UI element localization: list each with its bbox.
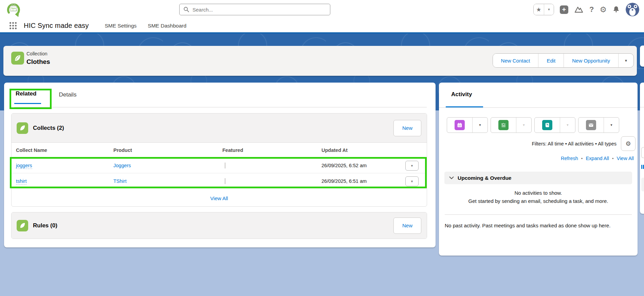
favorite-star-icon[interactable]: ★ — [534, 4, 544, 15]
collects-new-button[interactable]: New — [393, 120, 421, 136]
app-name: HIC Sync made easy — [24, 22, 89, 30]
more-actions-chevron-down-icon[interactable]: ▼ — [618, 54, 633, 67]
favorites-chevron-down-icon[interactable]: ▼ — [544, 4, 554, 15]
new-contact-button[interactable]: New Contact — [493, 54, 538, 67]
past-activity-divider — [445, 214, 632, 215]
app-launcher-icon[interactable] — [10, 22, 17, 29]
column-product: Product — [113, 147, 211, 153]
trailhead-icon[interactable] — [574, 5, 584, 14]
rules-header: Rules (0) New — [12, 212, 427, 239]
notification-bell-icon[interactable] — [612, 5, 620, 14]
collects-view-all-link[interactable]: View All — [210, 195, 228, 201]
rules-title: Rules (0) — [33, 222, 57, 229]
collects-column-headers: Collect Name Product Featured Updated At — [12, 143, 427, 157]
calendar-event-icon — [455, 120, 465, 130]
activity-filters-text: Filters: All time • All activities • All… — [532, 141, 617, 146]
cutoff-header-sliver — [640, 46, 644, 67]
svg-text:made easy: made easy — [11, 10, 17, 11]
refresh-link[interactable]: Refresh — [561, 156, 578, 161]
email-button[interactable] — [578, 118, 604, 133]
log-call-button-group: ▼ — [534, 117, 575, 133]
edit-button[interactable]: Edit — [538, 54, 564, 67]
new-event-chevron-down-icon[interactable]: ▼ — [472, 118, 487, 133]
user-avatar[interactable] — [626, 3, 639, 16]
new-task-button-group: ▼ — [491, 117, 532, 133]
rules-new-button[interactable]: New — [393, 217, 421, 234]
new-task-chevron-down-icon[interactable]: ▼ — [516, 118, 531, 133]
annotation-box-related-tab — [10, 89, 52, 109]
get-started-text: Get started by sending an email, schedul… — [439, 198, 638, 204]
global-search — [179, 4, 330, 15]
activity-links-row: Refresh • Expand All • View All — [561, 156, 634, 161]
record-title: Clothes — [26, 58, 50, 66]
activity-panel: Activity ▼ — [439, 83, 638, 256]
email-button-group: ▼ — [578, 117, 619, 133]
column-updated-at: Updated At — [310, 147, 427, 153]
tabs-divider — [14, 107, 427, 107]
new-event-button[interactable] — [447, 118, 472, 133]
svg-text:Sync: Sync — [11, 7, 16, 9]
column-collect-name: Collect Name — [16, 147, 113, 153]
activity-filters-row: Filters: All time • All activities • All… — [532, 136, 636, 151]
column-featured: Featured — [211, 147, 310, 153]
cutoff-panel-sliver — [640, 83, 644, 214]
rules-related-list: Rules (0) New — [11, 212, 427, 239]
upcoming-overdue-label: Upcoming & Overdue — [458, 175, 511, 181]
no-activities-text: No activities to show. — [439, 190, 638, 196]
global-header: Sync made easy ★ ▼ + ? ⚙ — [0, 0, 644, 19]
app-navigation-bar: HIC Sync made easy SME Settings SME Dash… — [0, 19, 644, 34]
new-event-button-group: ▼ — [447, 117, 488, 133]
salesforce-record-page: Sync made easy ★ ▼ + ? ⚙ — [0, 0, 644, 296]
nav-tab-sme-settings[interactable]: SME Settings — [105, 23, 136, 29]
activity-tab-divider — [439, 107, 638, 108]
activity-view-all-link[interactable]: View All — [617, 156, 634, 161]
activity-action-buttons: ▼ ▼ — [447, 117, 619, 133]
collects-view-all-row: View All — [12, 189, 427, 207]
bullet-separator: • — [612, 156, 614, 161]
setup-gear-icon[interactable]: ⚙ — [600, 5, 607, 14]
chevron-down-icon — [449, 176, 454, 179]
tab-details[interactable]: Details — [59, 91, 76, 104]
collection-leaf-icon — [11, 52, 24, 65]
rules-leaf-icon — [17, 220, 28, 231]
record-header-card: Collection Clothes New Contact Edit New … — [3, 46, 637, 76]
record-action-group: New Contact Edit New Opportunity ▼ — [493, 53, 634, 68]
activity-filter-gear-icon[interactable]: ⚙ — [621, 136, 636, 151]
annotation-box-collect-rows — [10, 157, 427, 188]
record-entity-label: Collection — [26, 51, 47, 56]
new-opportunity-button[interactable]: New Opportunity — [564, 54, 618, 67]
search-icon — [183, 6, 189, 13]
log-call-chevron-down-icon[interactable]: ▼ — [560, 118, 575, 133]
expand-all-link[interactable]: Expand All — [586, 156, 609, 161]
email-chevron-down-icon[interactable]: ▼ — [604, 118, 619, 133]
header-icon-row: ★ ▼ + ? ⚙ — [533, 0, 639, 19]
favorites-button-group: ★ ▼ — [533, 4, 554, 15]
log-call-button[interactable] — [535, 118, 560, 133]
tab-activity[interactable]: Activity — [451, 91, 475, 103]
collects-leaf-icon — [17, 122, 28, 134]
call-icon — [542, 120, 552, 130]
help-icon[interactable]: ? — [589, 5, 594, 14]
upcoming-overdue-section[interactable]: Upcoming & Overdue — [444, 172, 632, 184]
task-icon — [498, 120, 509, 130]
collects-title: Collects (2) — [33, 125, 64, 132]
new-task-button[interactable] — [491, 118, 516, 133]
email-icon — [586, 120, 596, 130]
search-input[interactable] — [179, 4, 330, 15]
collects-header: Collects (2) New — [12, 114, 427, 143]
global-actions-plus-icon[interactable]: + — [560, 5, 568, 14]
activity-tab-underline — [446, 106, 483, 107]
app-logo: Sync made easy — [5, 1, 22, 18]
nav-tab-sme-dashboard[interactable]: SME Dashboard — [148, 23, 186, 29]
bullet-separator: • — [581, 156, 583, 161]
no-past-activity-text: No past activity. Past meetings and task… — [445, 223, 611, 228]
